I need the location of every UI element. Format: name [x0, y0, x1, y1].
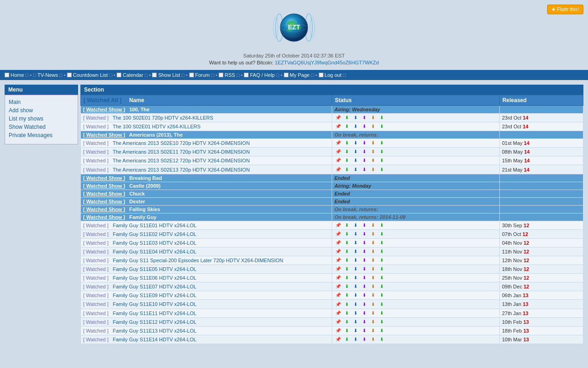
watched-episode-link[interactable]: [ Watched ] [83, 284, 108, 289]
nav-checkbox-calendar[interactable] [117, 73, 121, 77]
dl-blue-icon[interactable]: ⬇ [352, 328, 359, 334]
dl-green2-icon[interactable]: ⬇ [379, 240, 385, 246]
dl-orange-icon[interactable]: ⬇ [370, 115, 376, 121]
dl-green2-icon[interactable]: ⬇ [379, 157, 385, 164]
dl-green-icon[interactable]: ⬇ [344, 328, 350, 334]
watched-all-button[interactable]: [ Watched All ] [84, 97, 121, 104]
dl-green-icon[interactable]: ⬇ [344, 310, 350, 316]
episode-name-link[interactable]: Family Guy S11E03 HDTV x264-LOL [113, 240, 196, 246]
dl-orange-icon[interactable]: ⬇ [370, 257, 376, 264]
nav-rss[interactable]: RSS [225, 72, 235, 78]
dl-orange-icon[interactable]: ⬇ [370, 328, 376, 334]
dl-green2-icon[interactable]: ⬇ [379, 328, 385, 334]
dl-purple-icon[interactable]: ⬇ [361, 292, 368, 299]
nav-checkbox-logout[interactable] [319, 73, 323, 77]
nav-checkbox-countdown[interactable] [67, 73, 72, 77]
dl-orange-icon[interactable]: ⬇ [370, 266, 376, 272]
dl-orange-icon[interactable]: ⬇ [370, 336, 376, 343]
episode-name-link[interactable]: Family Guy S11E05 HDTV x264-LOL [113, 266, 196, 272]
nav-checkbox-rss[interactable] [219, 73, 223, 77]
pin-icon[interactable]: 📌 [335, 328, 341, 334]
episode-name-link[interactable]: Family Guy S11E09 HDTV x264-LOL [113, 293, 196, 298]
nav-forum[interactable]: Forum [195, 72, 210, 78]
dl-green-icon[interactable]: ⬇ [344, 292, 350, 299]
dl-purple-icon[interactable]: ⬇ [361, 231, 368, 237]
pin-icon[interactable]: 📌 [335, 275, 341, 281]
nav-checkbox-faq[interactable] [244, 73, 249, 77]
episode-name-link[interactable]: The 100 S02E01 720p HDTV x264-KILLERS [113, 115, 213, 121]
dl-purple-icon[interactable]: ⬇ [361, 240, 368, 246]
episode-name-link[interactable]: Family Guy S11E12 HDTV x264-LOL [113, 319, 196, 325]
pin-icon[interactable]: 📌 [335, 167, 341, 173]
dl-blue-icon[interactable]: ⬇ [352, 140, 359, 146]
dl-green-icon[interactable]: ⬇ [344, 319, 350, 325]
dl-blue-icon[interactable]: ⬇ [352, 123, 359, 130]
dl-blue-icon[interactable]: ⬇ [352, 336, 359, 343]
episode-name-link[interactable]: Family Guy S11E01 HDTV x264-LOL [113, 223, 196, 228]
dl-blue-icon[interactable]: ⬇ [352, 167, 359, 173]
dl-blue-icon[interactable]: ⬇ [352, 157, 359, 164]
pin-icon[interactable]: 📌 [335, 257, 341, 264]
dl-green2-icon[interactable]: ⬇ [379, 115, 385, 121]
dl-purple-icon[interactable]: ⬇ [361, 257, 368, 264]
dl-green-icon[interactable]: ⬇ [344, 283, 350, 290]
pin-icon[interactable]: 📌 [335, 301, 341, 308]
watched-show-button[interactable]: [ Watched Show ] [83, 175, 125, 181]
show-name-link[interactable]: Dexter [129, 199, 145, 204]
dl-orange-icon[interactable]: ⬇ [370, 275, 376, 281]
dl-blue-icon[interactable]: ⬇ [352, 115, 359, 121]
dl-green2-icon[interactable]: ⬇ [379, 231, 385, 237]
sidebar-item-showwatched[interactable]: Show Watched [9, 124, 74, 130]
nav-showlist[interactable]: Show List [158, 72, 180, 78]
pin-icon[interactable]: 📌 [335, 149, 341, 155]
dl-purple-icon[interactable]: ⬇ [361, 248, 368, 255]
pin-icon[interactable]: 📌 [335, 283, 341, 290]
dl-orange-icon[interactable]: ⬇ [370, 283, 376, 290]
episode-name-link[interactable]: Family Guy S11E10 HDTV x264-LOL [113, 301, 196, 307]
dl-orange-icon[interactable]: ⬇ [370, 123, 376, 130]
dl-purple-icon[interactable]: ⬇ [361, 140, 368, 146]
sidebar-item-listshows[interactable]: List my shows [9, 115, 74, 122]
dl-purple-icon[interactable]: ⬇ [361, 328, 368, 334]
episode-name-link[interactable]: The 100 S02E01 HDTV x264-KILLERS [113, 124, 200, 129]
dl-purple-icon[interactable]: ⬇ [361, 149, 368, 155]
watched-episode-link[interactable]: [ Watched ] [83, 275, 108, 281]
dl-green-icon[interactable]: ⬇ [344, 266, 350, 272]
pin-icon[interactable]: 📌 [335, 222, 341, 229]
watched-episode-link[interactable]: [ Watched ] [83, 266, 108, 272]
nav-mypage[interactable]: My Page [290, 72, 310, 78]
watched-episode-link[interactable]: [ Watched ] [83, 249, 108, 254]
bitcoin-address-link[interactable]: 1EZTVaGQ6UsjYJ9fwqGnd45oZ6HGT7WKZd [275, 60, 379, 65]
dl-purple-icon[interactable]: ⬇ [361, 266, 368, 272]
dl-purple-icon[interactable]: ⬇ [361, 283, 368, 290]
dl-blue-icon[interactable]: ⬇ [352, 283, 359, 290]
dl-purple-icon[interactable]: ⬇ [361, 123, 368, 130]
dl-green-icon[interactable]: ⬇ [344, 123, 350, 130]
dl-blue-icon[interactable]: ⬇ [352, 275, 359, 281]
dl-orange-icon[interactable]: ⬇ [370, 292, 376, 299]
watched-episode-link[interactable]: [ Watched ] [83, 301, 108, 307]
watched-episode-link[interactable]: [ Watched ] [83, 158, 108, 163]
episode-name-link[interactable]: Family Guy S11E07 HDTV x264-LOL [113, 284, 196, 289]
watched-show-button[interactable]: [ Watched Show ] [83, 214, 125, 220]
dl-green-icon[interactable]: ⬇ [344, 149, 350, 155]
dl-green2-icon[interactable]: ⬇ [379, 283, 385, 290]
dl-blue-icon[interactable]: ⬇ [352, 222, 359, 229]
dl-green-icon[interactable]: ⬇ [344, 115, 350, 121]
dl-blue-icon[interactable]: ⬇ [352, 292, 359, 299]
dl-purple-icon[interactable]: ⬇ [361, 115, 368, 121]
dl-purple-icon[interactable]: ⬇ [361, 222, 368, 229]
show-name-link[interactable]: Family Guy [129, 214, 156, 220]
watched-episode-link[interactable]: [ Watched ] [83, 328, 108, 334]
dl-green-icon[interactable]: ⬇ [344, 231, 350, 237]
watched-episode-link[interactable]: [ Watched ] [83, 149, 108, 155]
dl-green2-icon[interactable]: ⬇ [379, 149, 385, 155]
dl-green-icon[interactable]: ⬇ [344, 275, 350, 281]
dl-orange-icon[interactable]: ⬇ [370, 167, 376, 173]
dl-orange-icon[interactable]: ⬇ [370, 149, 376, 155]
dl-orange-icon[interactable]: ⬇ [370, 248, 376, 255]
dl-blue-icon[interactable]: ⬇ [352, 319, 359, 325]
dl-green2-icon[interactable]: ⬇ [379, 257, 385, 264]
watched-episode-link[interactable]: [ Watched ] [83, 115, 108, 121]
sidebar-item-messages[interactable]: Private Messages [9, 132, 74, 138]
